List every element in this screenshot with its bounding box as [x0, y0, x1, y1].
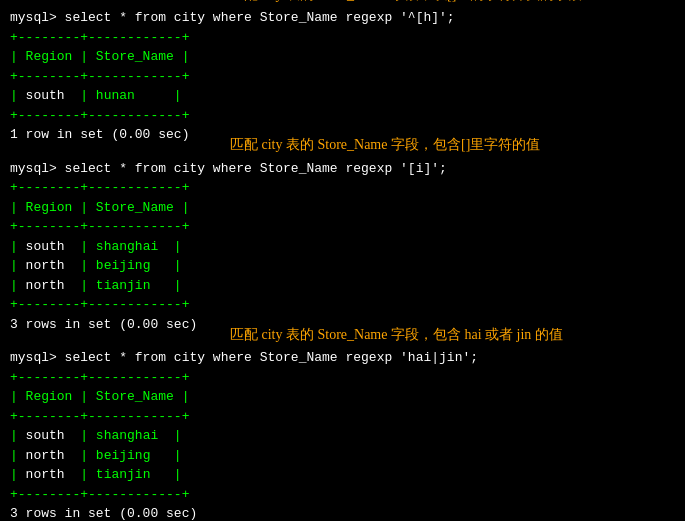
- block3-wrapper: mysql> select * from city where Store_Na…: [10, 348, 675, 521]
- block2-table-section: +--------+------------+ | Region | Store…: [10, 178, 675, 315]
- block2-header-row: | Region | Store_Name |: [10, 198, 675, 218]
- block2-data-row3: | north | tianjin |: [10, 276, 675, 296]
- block3-prompt: mysql> select * from city where Store_Na…: [10, 348, 675, 368]
- block3-header-row: | Region | Store_Name |: [10, 387, 675, 407]
- block2-data-row1: | south | shanghai |: [10, 237, 675, 257]
- block2-store2: beijing: [96, 258, 151, 273]
- block1-table-border1: +--------+------------+: [10, 28, 675, 48]
- block3-data-row3: | north | tianjin |: [10, 465, 675, 485]
- block1-table-section: +--------+------------+ | Region | Store…: [10, 28, 675, 126]
- block2-annotation: 匹配 city 表的 Store_Name 字段，包含[]里字符的值: [230, 136, 540, 154]
- block2: mysql> select * from city where Store_Na…: [10, 159, 675, 335]
- block3-result: 3 rows in set (0.00 sec): [10, 504, 675, 521]
- block3-annotation: 匹配 city 表的 Store_Name 字段，包含 hai 或者 jin 的…: [230, 326, 563, 344]
- block1: mysql> select * from city where Store_Na…: [10, 8, 675, 145]
- block1-data-row1: | south | hunan |: [10, 86, 675, 106]
- block1-wrapper: mysql> select * from city where Store_Na…: [10, 8, 675, 145]
- block2-prompt-text: mysql> select * from city where Store_Na…: [10, 161, 447, 176]
- block3-store3: tianjin: [96, 467, 151, 482]
- block3-data-row2: | north | beijing |: [10, 446, 675, 466]
- block2-data-row2: | north | beijing |: [10, 256, 675, 276]
- block3-table-border2: +--------+------------+: [10, 407, 675, 427]
- block1-table-border2: +--------+------------+: [10, 67, 675, 87]
- block1-prompt-text: mysql> select * from city where Store_Na…: [10, 10, 455, 25]
- block2-table-border2: +--------+------------+: [10, 217, 675, 237]
- block2-store3: tianjin: [96, 278, 151, 293]
- block3-prompt-text: mysql> select * from city where Store_Na…: [10, 350, 478, 365]
- block3-table-section: +--------+------------+ | Region | Store…: [10, 368, 675, 505]
- block3-store2: beijing: [96, 448, 151, 463]
- block2-region1: south: [26, 239, 65, 254]
- block3-region3: north: [26, 467, 65, 482]
- block1-store1: hunan: [96, 88, 135, 103]
- block2-store1: shanghai: [96, 239, 158, 254]
- block3-region1: south: [26, 428, 65, 443]
- block2-prompt: mysql> select * from city where Store_Na…: [10, 159, 675, 179]
- block1-header-row: | Region | Store_Name |: [10, 47, 675, 67]
- block1-annotation: 匹配 city 表的 Store_Name 字段，以[]里的字符开头的字段: [230, 0, 582, 4]
- block2-region3: north: [26, 278, 65, 293]
- block3: mysql> select * from city where Store_Na…: [10, 348, 675, 521]
- block1-region1: south: [26, 88, 65, 103]
- block3-table-border1: +--------+------------+: [10, 368, 675, 388]
- block2-wrapper: mysql> select * from city where Store_Na…: [10, 159, 675, 335]
- block2-table-border3: +--------+------------+: [10, 295, 675, 315]
- block3-data-row1: | south | shanghai |: [10, 426, 675, 446]
- block3-table-border3: +--------+------------+: [10, 485, 675, 505]
- block1-prompt: mysql> select * from city where Store_Na…: [10, 8, 675, 28]
- block2-table-border1: +--------+------------+: [10, 178, 675, 198]
- block3-store1: shanghai: [96, 428, 158, 443]
- block1-table-border3: +--------+------------+: [10, 106, 675, 126]
- block3-region2: north: [26, 448, 65, 463]
- block2-region2: north: [26, 258, 65, 273]
